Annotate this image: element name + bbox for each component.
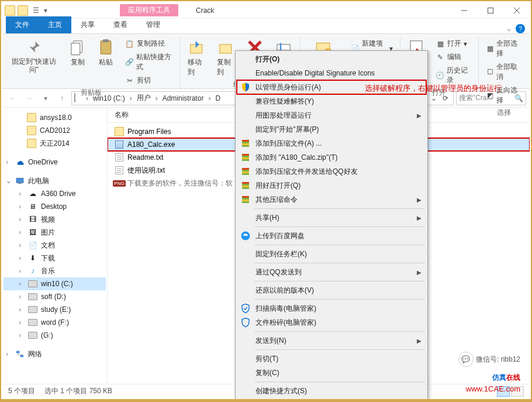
ctx-pin-start[interactable]: 固定到"开始"屏幕(P) (237, 122, 426, 136)
ctx-open-haozip[interactable]: 用好压打开(Q) (237, 178, 426, 193)
tab-home[interactable]: 主页 (39, 16, 71, 33)
paste-button[interactable]: 粘贴 (95, 37, 117, 68)
ctx-signature[interactable]: Enable/Disable Digital Signature Icons (237, 66, 426, 80)
ctx-troubleshoot[interactable]: 兼容性疑难解答(Y) (237, 94, 426, 108)
txt-icon (115, 166, 124, 175)
nav-network[interactable]: ›网络 (4, 348, 106, 360)
nav-documents[interactable]: ›📄文档 (4, 239, 106, 252)
copy-to-button[interactable]: 复制到 (215, 37, 238, 78)
ctx-copy[interactable]: 复制(C) (237, 366, 426, 380)
svg-rect-23 (242, 171, 249, 173)
app-icon (5, 5, 15, 16)
copy-path-button[interactable]: 📋复制路径 (123, 37, 175, 50)
navigation-pane[interactable]: ansys18.0 CAD2012 天正2014 ›OneDrive ⌄此电脑 … (2, 108, 108, 384)
network-icon (15, 349, 25, 359)
ctx-pin-taskbar[interactable]: 固定到任务栏(K) (237, 247, 426, 261)
ribbon-collapse-icon[interactable]: ⌵ (507, 25, 511, 33)
ctx-scan[interactable]: 扫描病毒(电脑管家) (237, 301, 426, 315)
pin-quick-access-button[interactable]: 固定到"快速访问" (7, 37, 61, 75)
breadcrumb-item[interactable]: 用户 (134, 92, 153, 104)
nav-desktop[interactable]: ›🖥Desktop (4, 200, 106, 213)
close-button[interactable] (503, 2, 530, 18)
nav-music[interactable]: ›♪音乐 (4, 264, 106, 277)
edit-button[interactable]: ✎编辑 (433, 51, 474, 63)
archive-icon (240, 138, 251, 149)
svg-rect-25 (242, 182, 249, 184)
shortcut-icon: 🔗 (125, 57, 134, 67)
tab-manage[interactable]: 管理 (137, 16, 170, 33)
nav-drive-g[interactable]: ›(G:) (4, 329, 106, 342)
separator (254, 349, 425, 350)
svg-rect-12 (18, 183, 21, 184)
breadcrumb-item[interactable]: Administrator (160, 93, 206, 104)
ctx-baidu[interactable]: 上传到百度网盘 (237, 229, 426, 243)
nav-drive-f[interactable]: ›word (F:) (4, 316, 106, 329)
ribbon-tabs: 文件 主页 共享 查看 管理 ⌵ ? (2, 19, 530, 34)
select-none-button[interactable]: ☐全部取消 (483, 61, 525, 83)
ctx-shortcut[interactable]: 创建快捷方式(S) (237, 384, 426, 398)
svg-rect-6 (220, 44, 232, 53)
ctx-run-graphics[interactable]: 用图形处理器运行▶ (237, 108, 426, 122)
breadcrumb-item[interactable]: D (213, 93, 223, 104)
annotation-text: 选择破解程序，右键以管理员的身份运行 (365, 83, 502, 94)
nav-onedrive[interactable]: ›OneDrive (4, 156, 106, 169)
ctx-add-zip[interactable]: 添加到 "A180_Calc.zip"(T) (237, 150, 426, 164)
nav-videos[interactable]: ›🎞视频 (4, 213, 106, 226)
tab-share[interactable]: 共享 (71, 16, 104, 33)
svg-rect-3 (101, 41, 111, 54)
nav-forward-button[interactable]: → (22, 91, 36, 105)
nav-drive-d[interactable]: ›soft (D:) (4, 290, 106, 303)
qat-new-folder-icon[interactable] (18, 5, 28, 16)
ctx-cut[interactable]: 剪切(T) (237, 352, 426, 366)
nav-drive-e[interactable]: ›study (E:) (4, 303, 106, 316)
nav-drive-c[interactable]: ›win10 (C:) (4, 277, 106, 290)
svg-rect-19 (242, 154, 249, 156)
nav-a360[interactable]: ›☁A360 Drive (4, 187, 106, 200)
paste-icon (97, 39, 115, 56)
nav-folder-tianzheng[interactable]: 天正2014 (4, 137, 106, 150)
qat-properties-icon[interactable]: ☰ (30, 5, 42, 16)
selall-icon: ▦ (486, 44, 495, 53)
nav-this-pc[interactable]: ⌄此电脑 (4, 174, 106, 187)
svg-rect-28 (242, 196, 249, 198)
ctx-other-zip[interactable]: 其他压缩命令▶ (237, 193, 426, 207)
svg-rect-13 (16, 351, 19, 353)
ctx-restore[interactable]: 还原以前的版本(V) (237, 283, 426, 297)
nav-up-button[interactable]: ↑ (55, 91, 69, 105)
tab-file[interactable]: 文件 (6, 16, 39, 33)
help-icon[interactable]: ? (516, 24, 525, 33)
move-to-button[interactable]: 移动到 (185, 37, 209, 78)
minimize-button[interactable] (451, 2, 477, 18)
baidu-icon (240, 231, 251, 241)
open-button[interactable]: ▦打开▾ (433, 37, 474, 50)
maximize-button[interactable] (477, 2, 503, 18)
nav-recent-button[interactable]: ▾ (39, 91, 53, 105)
qat-dropdown-icon[interactable]: ▾ (44, 6, 50, 15)
ctx-send-to[interactable]: 发送到(N)▶ (237, 334, 426, 348)
ctx-shred[interactable]: 文件粉碎(电脑管家) (237, 315, 426, 329)
paste-shortcut-button[interactable]: 🔗粘贴快捷方式 (123, 51, 175, 73)
open-icon: ▦ (436, 39, 445, 49)
ctx-add-archive[interactable]: 添加到压缩文件(A) ... (237, 136, 426, 150)
copy-icon (69, 39, 87, 56)
select-all-button[interactable]: ▦全部选择 (483, 37, 525, 60)
tab-view[interactable]: 查看 (104, 16, 137, 33)
wechat-icon: 💬 (458, 352, 474, 367)
nav-downloads[interactable]: ›⬇下载 (4, 252, 106, 264)
shield-icon (240, 303, 251, 314)
cut-button[interactable]: ✂剪切 (123, 74, 175, 87)
svg-rect-0 (488, 8, 493, 13)
nav-folder-ansys[interactable]: ansys18.0 (4, 111, 106, 124)
ctx-open[interactable]: 打开(O) (237, 52, 426, 66)
copy-button[interactable]: 复制 (67, 37, 89, 68)
nav-folder-cad[interactable]: CAD2012 (4, 124, 106, 137)
ctx-send-qq[interactable]: 通过QQ发送到▶ (237, 265, 426, 279)
ctx-delete[interactable]: 删除(D) (237, 398, 426, 402)
nav-pictures[interactable]: ›🖼图片 (4, 226, 106, 239)
documents-icon: 📄 (28, 240, 37, 250)
footer-overlay: 💬微信号: ribb12 仿真在线 www.1CAE.com (458, 352, 520, 393)
ctx-share[interactable]: 共享(H)▶ (237, 211, 426, 225)
ctx-add-qq[interactable]: 添加到压缩文件并发送给QQ好友 (237, 164, 426, 178)
png-icon: PNG (115, 178, 124, 188)
nav-back-button[interactable]: ← (6, 91, 20, 105)
